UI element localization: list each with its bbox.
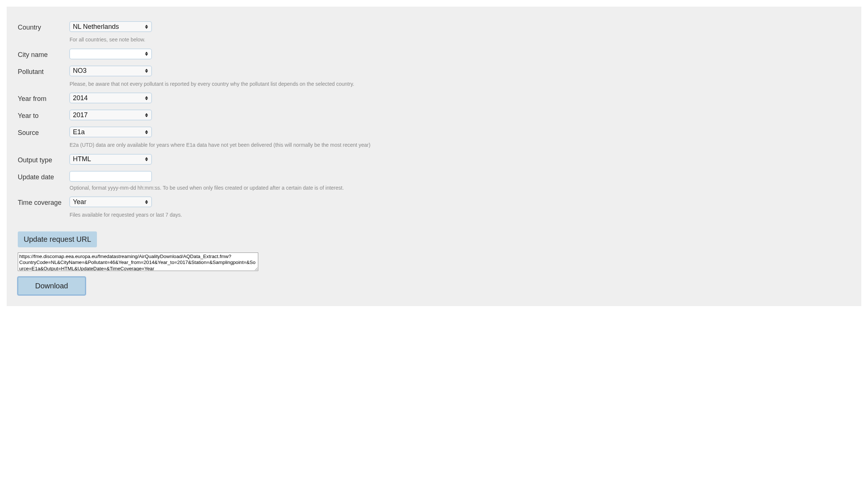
label-output: Output type [18,154,70,165]
select-coverage[interactable]: Year [70,197,152,207]
updown-icon [144,197,149,207]
select-source[interactable]: E1a [70,127,152,137]
select-year-to[interactable]: 2017 [70,110,152,120]
select-pollutant[interactable]: NO3 [70,66,152,76]
update-request-url-button[interactable]: Update request URL [18,231,97,247]
row-update-date: Update date Optional, format yyyy-mm-dd … [18,171,850,196]
hint-pollutant: Please, be aware that not every pollutan… [70,81,850,88]
label-update-date: Update date [18,171,70,182]
field-city [70,49,850,64]
select-output-value: HTML [73,155,91,164]
request-url-textarea[interactable] [18,253,258,271]
label-country: Country [18,21,70,32]
input-update-date[interactable] [70,171,152,182]
updown-icon [144,127,149,137]
select-coverage-value: Year [73,197,86,207]
select-country-value: NL Netherlands [73,22,119,31]
field-pollutant: NO3 Please, be aware that not every poll… [70,66,850,92]
row-source: Source E1a E2a (UTD) data are only avail… [18,127,850,153]
updown-icon [144,110,149,120]
field-year-to: 2017 [70,110,850,125]
select-year-from[interactable]: 2014 [70,93,152,103]
field-country: NL Netherlands For all countries, see no… [70,21,850,47]
row-year-to: Year to 2017 [18,110,850,125]
label-year-from: Year from [18,93,70,103]
select-source-value: E1a [73,127,85,137]
form-page: Country NL Netherlands For all countries… [7,7,861,306]
field-output: HTML [70,154,850,170]
updown-icon [144,66,149,76]
select-city[interactable] [70,49,152,59]
field-year-from: 2014 [70,93,850,108]
hint-source: E2a (UTD) data are only available for ye… [70,142,850,149]
updown-icon [144,49,149,59]
label-source: Source [18,127,70,137]
row-coverage: Time coverage Year Files available for r… [18,197,850,223]
updown-icon [144,155,149,164]
select-country[interactable]: NL Netherlands [70,21,152,32]
hint-country: For all countries, see note below. [70,36,850,44]
updown-icon [144,22,149,31]
updown-icon [144,93,149,103]
select-year-from-value: 2014 [73,93,88,103]
field-update-date: Optional, format yyyy-mm-dd hh:mm:ss. To… [70,171,850,196]
label-pollutant: Pollutant [18,66,70,76]
select-pollutant-value: NO3 [73,66,87,76]
download-button[interactable]: Download [18,277,85,295]
field-source: E1a E2a (UTD) data are only available fo… [70,127,850,153]
select-output[interactable]: HTML [70,154,152,165]
hint-coverage: Files available for requested years or l… [70,211,850,219]
hint-update-date: Optional, format yyyy-mm-dd hh:mm:ss. To… [70,184,850,192]
select-year-to-value: 2017 [73,110,88,120]
row-city: City name [18,49,850,64]
row-output: Output type HTML [18,154,850,170]
row-pollutant: Pollutant NO3 Please, be aware that not … [18,66,850,92]
label-coverage: Time coverage [18,197,70,207]
row-year-from: Year from 2014 [18,93,850,108]
label-city: City name [18,49,70,59]
label-year-to: Year to [18,110,70,120]
row-country: Country NL Netherlands For all countries… [18,21,850,47]
field-coverage: Year Files available for requested years… [70,197,850,223]
